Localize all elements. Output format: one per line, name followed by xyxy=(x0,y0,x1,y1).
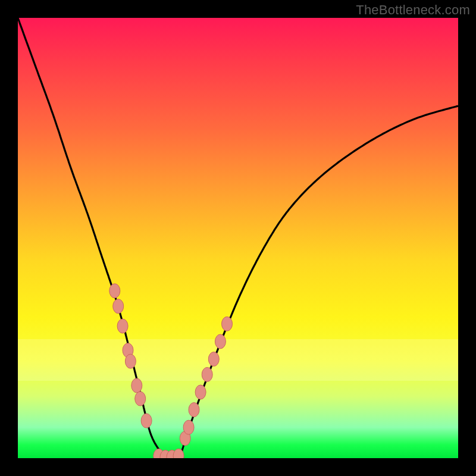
marker-left-6 xyxy=(135,392,146,406)
marker-right-5 xyxy=(208,352,219,367)
markers-group xyxy=(109,284,233,458)
marker-right-7 xyxy=(222,317,233,331)
credit-label: TheBottleneck.com xyxy=(356,2,470,18)
plot-area xyxy=(18,18,458,458)
chart-frame: TheBottleneck.com xyxy=(0,0,476,476)
bottleneck-curve xyxy=(18,18,458,458)
marker-right-3 xyxy=(195,385,206,399)
marker-left-4 xyxy=(125,354,136,368)
marker-left-0 xyxy=(109,284,120,298)
marker-left-7 xyxy=(141,414,152,428)
marker-right-4 xyxy=(202,367,212,381)
chart-svg xyxy=(18,18,458,458)
marker-right-2 xyxy=(189,403,199,417)
marker-left-1 xyxy=(113,299,124,314)
marker-right-1 xyxy=(183,420,194,434)
marker-left-5 xyxy=(131,378,142,393)
marker-left-2 xyxy=(117,319,128,333)
marker-right-6 xyxy=(215,334,226,349)
